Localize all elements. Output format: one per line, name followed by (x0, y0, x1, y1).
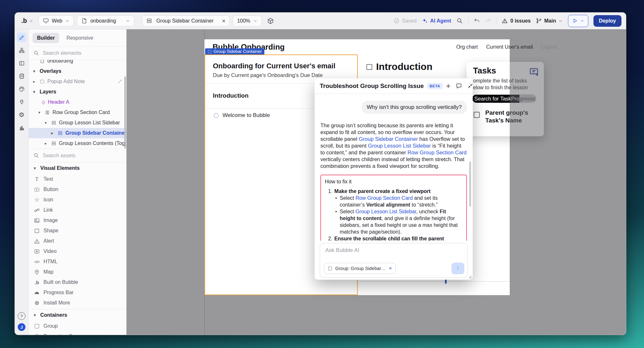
tasks-title[interactable]: Tasks (473, 66, 496, 76)
ai-agent-button[interactable]: AI Agent (422, 18, 451, 24)
deploy-button[interactable]: Deploy (593, 15, 621, 27)
tree-section-layers[interactable]: ▾ Layers (29, 87, 126, 97)
palette-item-shape[interactable]: Shape (29, 226, 126, 236)
tree-label: Header A (48, 99, 70, 105)
caret-right-icon[interactable]: ▸ (51, 131, 55, 135)
components-cube-icon[interactable] (267, 17, 274, 24)
element-link[interactable]: Group Lesson List Sidebar (368, 143, 431, 149)
tree-item-group-sidebar-container[interactable]: ▸ Group Sidebar Container (29, 128, 126, 138)
help-glyph: ? (20, 314, 23, 319)
palette-item-video[interactable]: Video (29, 246, 126, 256)
panel-scrollbar[interactable] (124, 76, 126, 149)
dialog-scrollbar[interactable] (469, 161, 471, 207)
tree-item-header-a[interactable]: ◇ Header A (29, 97, 126, 107)
rows-icon (51, 120, 56, 125)
design-tab-button[interactable] (17, 33, 26, 42)
palette-item-text[interactable]: TText (29, 174, 126, 184)
caret-right-icon[interactable]: ▸ (45, 141, 49, 146)
page-dropdown[interactable]: onboarding (77, 15, 134, 26)
workflow-tab-button[interactable] (17, 45, 26, 55)
palette-item-group[interactable]: Group (29, 321, 126, 331)
palette-item-built-on-bubble[interactable]: .bBuilt on Bubble (29, 277, 126, 287)
tree-label: Group Lesson List Sidebar (59, 120, 120, 126)
panels-tab-button[interactable] (17, 58, 26, 68)
palette-item-map[interactable]: Map (29, 267, 126, 277)
context-chip[interactable]: Group: Group Sidebar… × (324, 263, 396, 274)
caret-down-icon[interactable]: ▾ (33, 90, 37, 94)
tree-item-row-group-section-card[interactable]: ▾ Row Group Section Card (29, 107, 126, 118)
palette-icon (19, 86, 25, 92)
palette-item-html[interactable]: </>HTML (29, 256, 126, 267)
nav-link-logout[interactable]: Logout (541, 44, 557, 50)
section-containers[interactable]: ▾ Containers (29, 309, 126, 321)
styles-tab-button[interactable] (17, 84, 26, 94)
element-link[interactable]: Group Lesson List Sidebar (355, 209, 416, 214)
mode-dropdown[interactable]: Web (39, 15, 74, 26)
chat-history-icon[interactable] (456, 83, 462, 89)
tree-item-group-lesson-list-sidebar[interactable]: ▾ Group Lesson List Sidebar (29, 118, 126, 128)
element-link[interactable]: Group Sidebar Container (359, 136, 418, 142)
nav-link-user-email[interactable]: Current User's email (486, 44, 533, 50)
palette-item-alert[interactable]: Alert (29, 236, 126, 246)
issues-button[interactable]: 0 issues (502, 18, 531, 24)
avatar[interactable]: J (18, 323, 25, 331)
help-icon[interactable]: ? (18, 312, 25, 320)
new-chat-icon[interactable]: + (446, 82, 450, 90)
page-onboarding[interactable]: Bubble Onboarding Org chart Current User… (204, 39, 510, 295)
nav-link-org-chart[interactable]: Org chart (456, 44, 478, 50)
tree-item-popup-add-note[interactable]: ▸ Popup Add Note (29, 76, 126, 87)
data-tab-button[interactable] (17, 71, 26, 81)
chip-close-icon[interactable]: × (389, 265, 392, 272)
tab-builder[interactable]: Builder (33, 33, 59, 43)
resize-handle-icon[interactable] (467, 274, 472, 279)
bubble-logo-menu[interactable]: .b (19, 16, 35, 26)
placeholder-square-icon[interactable] (366, 64, 372, 70)
palette-item-install-more[interactable]: ⊕Install More (29, 298, 126, 308)
left-icon-rail: ⚙ ? J (15, 29, 28, 335)
tasks-panel[interactable]: Tasks omplete the list of tasks elow to … (467, 62, 544, 136)
search-elements-row (29, 46, 126, 60)
search-icon[interactable] (456, 17, 463, 24)
palette-item-link[interactable]: Link (29, 205, 126, 215)
image-icon (34, 218, 40, 224)
tree-section-overlays[interactable]: ▾ Overlays (29, 66, 126, 76)
page-icon (81, 18, 87, 24)
zoom-dropdown[interactable]: 100% (233, 15, 262, 26)
tab-responsive[interactable]: Responsive (62, 33, 98, 43)
element-link[interactable]: Row Group Section Card (408, 150, 467, 155)
branch-selector[interactable]: Main (536, 18, 563, 24)
redo-icon[interactable] (485, 18, 491, 24)
section-visual-elements[interactable]: ▾ Visual Elements (29, 162, 126, 174)
collapse-icon[interactable] (467, 83, 473, 89)
element-selector[interactable]: Group Sidebar Container × (142, 15, 230, 26)
tree-item-group-lesson-contents[interactable]: ▸ Group Lesson Contents (Toggle) (29, 138, 126, 149)
palette-item-icon[interactable]: ☆Icon (29, 195, 126, 205)
caret-down-icon[interactable]: ▾ (45, 121, 49, 125)
logs-tab-button[interactable] (17, 123, 26, 132)
search-assets-input[interactable] (42, 152, 118, 159)
close-icon[interactable]: × (222, 17, 225, 24)
preview-button[interactable] (568, 15, 588, 27)
caret-down-icon[interactable]: ▾ (38, 110, 42, 115)
element-link[interactable]: Row Group Section Card (355, 195, 413, 201)
palette-item-progress-bar[interactable]: Progress Bar (29, 287, 126, 298)
bullet: •Select Group Lesson List Sidebar, unche… (325, 208, 462, 235)
monitor-icon (43, 18, 49, 24)
palette-item-button[interactable]: Button (29, 184, 126, 195)
design-canvas[interactable]: Bubble Onboarding Org chart Current User… (127, 29, 626, 335)
palette-item-repeating-group[interactable]: Repeating Group (29, 331, 126, 335)
tree-item-onboarding[interactable]: onboarding (29, 60, 126, 66)
caret-down-icon[interactable]: ▾ (33, 69, 37, 73)
settings-tab-button[interactable]: ⚙ (17, 110, 26, 120)
undo-icon[interactable] (474, 18, 480, 24)
caret-right-icon[interactable]: ▸ (33, 79, 37, 84)
ask-ai-input[interactable]: Ask Bubble AI Group: Group Sidebar… × ↑ (320, 243, 468, 278)
tree-label: Row Group Section Card (52, 110, 110, 115)
search-elements-input[interactable] (42, 50, 118, 56)
content-heading[interactable]: Introduction (376, 61, 432, 72)
send-button[interactable]: ↑ (451, 263, 464, 274)
task-checkbox[interactable] (474, 112, 480, 118)
palette-item-image[interactable]: Image (29, 215, 126, 226)
plugins-tab-button[interactable] (17, 97, 26, 107)
bubble-logo: .b (21, 17, 27, 24)
